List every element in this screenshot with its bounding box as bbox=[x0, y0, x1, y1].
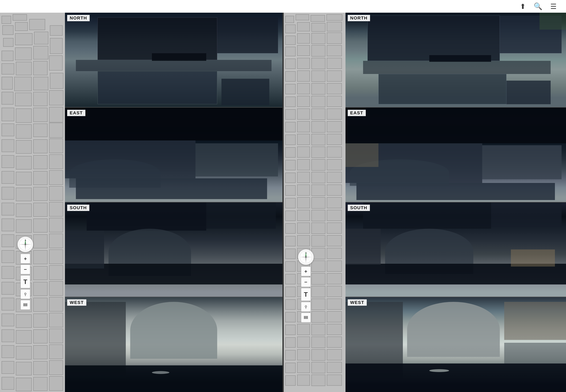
sketch-building bbox=[285, 160, 296, 170]
sketch-building bbox=[297, 184, 310, 196]
bldg-right-west2 bbox=[504, 343, 566, 364]
svg-point-26 bbox=[305, 306, 307, 307]
sketch-building bbox=[327, 70, 342, 82]
sketch-building bbox=[327, 83, 342, 94]
left-pin-button[interactable] bbox=[21, 289, 30, 299]
sketch-building bbox=[16, 346, 32, 360]
left-panel: N + − T bbox=[0, 13, 283, 392]
sketch-building bbox=[285, 211, 296, 221]
sketch-building bbox=[311, 349, 325, 361]
sketch-building bbox=[49, 218, 63, 232]
building-east-right bbox=[482, 145, 562, 179]
sketch-building bbox=[327, 362, 342, 373]
right-compass-rose[interactable]: N bbox=[298, 249, 314, 265]
left-text-tool-button[interactable]: T bbox=[21, 275, 30, 288]
sketch-building bbox=[1, 250, 14, 263]
svg-rect-14 bbox=[24, 306, 27, 306]
greenery bbox=[539, 13, 566, 30]
svg-point-9 bbox=[25, 244, 26, 245]
share-icon[interactable]: ⬆ bbox=[520, 2, 526, 11]
svg-text:N: N bbox=[25, 239, 26, 241]
sketch-building bbox=[16, 172, 32, 185]
left-south-badge: SOUTH bbox=[67, 205, 89, 211]
left-zoom-out-button[interactable]: − bbox=[21, 265, 30, 274]
sketch-building bbox=[49, 90, 63, 105]
right-north-badge: NORTH bbox=[348, 15, 370, 21]
sketch-building bbox=[327, 336, 342, 348]
sketch-building bbox=[327, 311, 342, 322]
right-zoom-in-button[interactable]: + bbox=[301, 266, 311, 276]
sketch-building bbox=[49, 345, 63, 359]
svg-point-24 bbox=[305, 256, 307, 258]
right-map-layers-button[interactable] bbox=[301, 313, 311, 322]
sketch-building bbox=[33, 108, 47, 122]
left-north-badge: NORTH bbox=[67, 15, 90, 21]
sketch-building bbox=[49, 250, 63, 264]
sketch-building bbox=[285, 337, 296, 348]
sketch-building bbox=[327, 223, 342, 234]
sketch-building bbox=[285, 312, 296, 322]
sketch-building bbox=[311, 134, 325, 145]
sketch-building bbox=[33, 203, 47, 217]
sketch-building bbox=[49, 186, 63, 201]
sketch-building bbox=[311, 33, 325, 44]
sketch-building bbox=[1, 219, 14, 231]
sketch-building bbox=[33, 139, 47, 153]
bldg-right-west bbox=[504, 302, 566, 340]
right-text-tool-button[interactable]: T bbox=[301, 288, 311, 301]
sketch-building bbox=[327, 235, 342, 246]
sketch-building bbox=[16, 378, 32, 391]
svg-point-11 bbox=[25, 293, 26, 294]
sketch-building bbox=[285, 97, 296, 107]
right-panel: N + − T bbox=[284, 13, 566, 392]
right-zoom-out-button[interactable]: − bbox=[301, 277, 311, 287]
left-compass-rose[interactable]: N bbox=[17, 237, 33, 252]
svg-rect-28 bbox=[304, 317, 308, 318]
sketch-building bbox=[16, 188, 32, 201]
left-sketch-map: N + − T bbox=[0, 13, 65, 392]
sketch-building bbox=[311, 362, 325, 373]
left-east-photo: EAST bbox=[65, 108, 283, 202]
right-north-photo: NORTH bbox=[345, 13, 566, 108]
sketch-building bbox=[49, 234, 63, 248]
sketch-building bbox=[1, 63, 14, 74]
sketch-building bbox=[33, 219, 47, 233]
track-belt bbox=[363, 61, 551, 74]
left-west-photo: WEST bbox=[65, 297, 283, 392]
sketch-building bbox=[297, 210, 310, 221]
sketch-building bbox=[327, 96, 342, 107]
sketch-building bbox=[1, 266, 14, 279]
sketch-building bbox=[311, 15, 325, 22]
sketch-building bbox=[49, 329, 63, 343]
sketch-building bbox=[311, 121, 325, 133]
sketch-building bbox=[327, 134, 342, 145]
bldg-roof bbox=[368, 15, 500, 61]
sketch-building bbox=[311, 159, 325, 171]
sketch-building bbox=[285, 109, 296, 120]
sketch-building bbox=[1, 203, 14, 215]
sketch-building bbox=[16, 109, 32, 123]
sketch-building bbox=[297, 172, 310, 183]
sketch-building bbox=[16, 124, 32, 139]
right-compass-widget: N + − T bbox=[298, 249, 314, 322]
search-icon[interactable]: 🔍 bbox=[534, 2, 542, 11]
sketch-building bbox=[311, 23, 325, 32]
sketch-building bbox=[1, 139, 14, 152]
sketch-building bbox=[1, 187, 14, 200]
left-zoom-in-button[interactable]: + bbox=[21, 254, 30, 263]
sketch-building bbox=[49, 107, 63, 122]
sketch-building bbox=[15, 47, 32, 60]
right-pin-button[interactable] bbox=[301, 302, 311, 311]
sketch-building bbox=[327, 172, 342, 183]
water-top bbox=[65, 108, 283, 141]
sketch-building bbox=[327, 58, 342, 69]
menu-icon[interactable]: ☰ bbox=[550, 2, 556, 11]
sketch-building bbox=[285, 198, 296, 208]
sketch-building bbox=[327, 197, 342, 208]
left-map-layers-button[interactable] bbox=[21, 300, 30, 310]
sketch-building bbox=[49, 56, 63, 70]
sketch-building bbox=[285, 135, 296, 145]
left-west-badge: WEST bbox=[67, 299, 86, 306]
sketch-building bbox=[297, 362, 310, 373]
sketch-building bbox=[285, 350, 296, 360]
